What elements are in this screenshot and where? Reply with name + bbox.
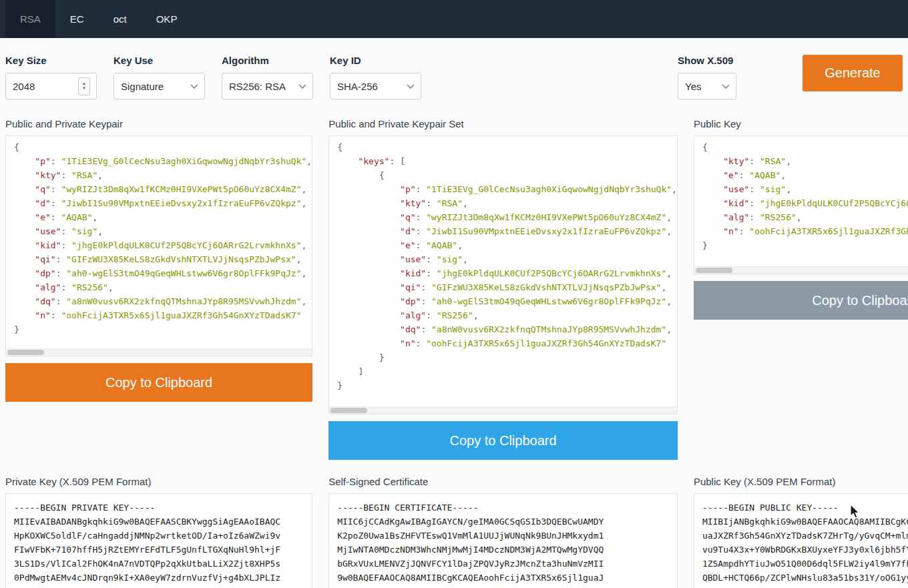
code-line: {: [337, 140, 677, 154]
code-line: "e": "AQAB",: [14, 210, 312, 224]
controls-row: Key Size 2048 ▲ ▼ Key Use Signature Algo…: [0, 38, 908, 99]
chevron-down-icon: [190, 84, 198, 89]
public-pem-output[interactable]: -----BEGIN PUBLIC KEY-----MIIBIjANBgkqhk…: [694, 493, 908, 588]
code-line: "n": "oohFcijA3TXR5x6Sjl1guaJXZRf3Gh54Gn…: [702, 224, 908, 238]
code-line: {: [337, 168, 677, 182]
pem-line: HpKOXWC5oldlF/caHngaddjNMNp2wrtketOD/Ia+…: [14, 529, 312, 543]
keypair-set-json-output[interactable]: { "keys": [ { "p": "1TiE3EVg_G0lCecNsu3a…: [328, 135, 678, 414]
code-line: ]: [337, 364, 677, 378]
code-line: {: [14, 140, 312, 154]
pem-line: -----BEGIN CERTIFICATE-----: [337, 501, 677, 515]
code-line: "keys": [: [337, 154, 677, 168]
generate-button[interactable]: Generate: [803, 55, 903, 91]
show-x509-group: Show X.509 Yes: [678, 55, 736, 99]
scrollbar-thumb[interactable]: [330, 408, 367, 413]
scrollbar-thumb[interactable]: [7, 350, 44, 355]
tab-oct[interactable]: oct: [99, 0, 142, 38]
public-key-json-output[interactable]: { "kty": "RSA", "e": "AQAB", "use": "sig…: [694, 135, 908, 274]
pem-line: QBDL+HCTQ66p/ZCPlwNHslu83a51bs31Y/oOG1yy…: [702, 571, 908, 585]
pem-line: vu9Tu4X3x+Y0WbRDGKxBXUyxeYFJ3y0xl6jbh5fY…: [702, 543, 908, 557]
tab-okp[interactable]: OKP: [142, 0, 192, 38]
algorithm-label: Algorithm: [222, 55, 313, 66]
key-size-input[interactable]: 2048 ▲ ▼: [5, 73, 97, 99]
pem-line: bGRxVUxLMENVZjJQNVFCY1lDajZPQVJyRzJMcnZt…: [337, 557, 677, 571]
panel-public-pem: Public Key (X.509 PEM Format) -----BEGIN…: [694, 476, 908, 588]
tab-rsa[interactable]: RSA: [5, 0, 55, 38]
pem-line: -----BEGIN PUBLIC KEY-----: [702, 501, 908, 515]
code-line: "d": "JiwbI1Su90VMpxtnEEieDvsxy2x1fIzraE…: [337, 224, 677, 238]
code-line: "dp": "ah0-wgElS3tmO49qGeqWHLstww6V6gr8O…: [337, 294, 677, 308]
code-line: "qi": "GIFzWU3X85KeLS8zGkdVshNTXTLVJjNsq…: [337, 280, 677, 294]
code-line: }: [337, 378, 677, 392]
panel-public-key: Public Key { "kty": "RSA", "e": "AQAB", …: [694, 118, 908, 460]
key-type-tabs: RSAECoctOKP: [0, 0, 908, 38]
pem-line: MIIC6jCCAdKgAwIBAgIGAYCN/geIMA0GCSqGSIb3…: [337, 515, 677, 529]
panel-keypair-set: Public and Private Keypair Set { "keys":…: [328, 118, 678, 460]
code-line: "qi": "GIFzWU3X85KeLS8zGkdVshNTXTLVJjNsq…: [14, 252, 312, 266]
code-line: "alg": "RS256",: [14, 280, 312, 294]
pem-line: 3LS1Ds/VlICal2FhOK4nA7nVDTQPp2qXkUtbaLLi…: [14, 557, 312, 571]
copy-keypair-button[interactable]: Copy to Clipboard: [5, 363, 312, 402]
code-line: "kty": "RSA",: [14, 168, 312, 182]
key-id-select[interactable]: SHA-256: [330, 73, 421, 99]
chevron-down-icon: [298, 84, 306, 89]
code-line: "q": "wyRIZJt3Dm8qXw1fKCMz0HI9VXePWt5pO6…: [337, 210, 677, 224]
code-line: "p": "1TiE3EVg_G0lCecNsu3agh0XiGqwowNgjd…: [337, 182, 677, 196]
spinner-up-icon[interactable]: ▲: [82, 81, 86, 86]
key-id-value: SHA-256: [337, 81, 378, 92]
code-line: "e": "AQAB",: [702, 168, 908, 182]
algorithm-select[interactable]: RS256: RSA: [222, 73, 313, 99]
code-line: "alg": "RS256",: [702, 210, 908, 224]
key-size-value: 2048: [13, 81, 35, 92]
code-line: "kty": "RSA",: [337, 196, 677, 210]
panel-keypair: Public and Private Keypair { "p": "1TiE3…: [5, 118, 312, 460]
key-use-label: Key Use: [114, 55, 205, 66]
code-line: "n": "oohFcijA3TXR5x6Sjl1guaJXZRf3Gh54Gn…: [337, 336, 677, 350]
output-grid: Public and Private Keypair { "p": "1TiE3…: [0, 118, 908, 588]
certificate-output[interactable]: -----BEGIN CERTIFICATE-----MIIC6jCCAdKgA…: [328, 493, 678, 588]
spinner-down-icon[interactable]: ▼: [82, 86, 86, 91]
code-line: "kid": "jhgE0kPldqULK0CUf2P5QBcYCj6OARrG…: [702, 196, 908, 210]
code-line: "kid": "jhgE0kPldqULK0CUf2P5QBcYCj6OARrG…: [337, 266, 677, 280]
private-pem-output[interactable]: -----BEGIN PRIVATE KEY-----MIIEvAIBADANB…: [5, 493, 312, 588]
panel-title-keypair-set: Public and Private Keypair Set: [328, 118, 678, 129]
show-x509-select[interactable]: Yes: [678, 73, 736, 99]
quantity-stepper[interactable]: ▲ ▼: [78, 77, 90, 95]
algorithm-group: Algorithm RS256: RSA: [222, 55, 313, 99]
panel-private-pem: Private Key (X.509 PEM Format) -----BEGI…: [5, 476, 312, 588]
tab-ec[interactable]: EC: [55, 0, 99, 38]
horizontal-scrollbar[interactable]: [694, 266, 908, 274]
code-line: "dq": "a8nW0vusv6RX2zkfnqQTMshnaJYp8R95M…: [337, 322, 677, 336]
code-line: "p": "1TiE3EVg_G0lCecNsu3agh0XiGqwowNgjd…: [14, 154, 312, 168]
code-line: "alg": "RS256",: [337, 308, 677, 322]
copy-keypair-set-button[interactable]: Copy to Clipboard: [328, 421, 678, 460]
chevron-down-icon: [722, 84, 730, 89]
keypair-json-output[interactable]: { "p": "1TiE3EVg_G0lCecNsu3agh0XiGqwowNg…: [5, 135, 312, 356]
code-line: "e": "AQAB",: [337, 238, 677, 252]
code-line: "use": "sig",: [337, 252, 677, 266]
horizontal-scrollbar[interactable]: [329, 406, 677, 414]
pem-line: 1ZSAmpdhYTiuJwO51Q00D6dql5FLW2iy4l9mY7fF…: [702, 557, 908, 571]
code-line: "use": "sig",: [702, 182, 908, 196]
code-line: "dq": "a8nW0vusv6RX2zkfnqQTMshnaJYp8R95M…: [14, 294, 312, 308]
code-line: "kty": "RSA",: [702, 154, 908, 168]
code-line: "q": "wyRIZJt3Dm8qXw1fKCMz0HI9VXePWt5pO6…: [14, 182, 312, 196]
key-use-value: Signature: [121, 81, 164, 92]
horizontal-scrollbar[interactable]: [6, 348, 312, 356]
panel-title-private-pem: Private Key (X.509 PEM Format): [5, 476, 312, 487]
copy-public-key-button[interactable]: Copy to Clipboard: [694, 281, 908, 320]
pem-line: uaJXZRf3Gh54GnXYzTDadsK7ZHrTg/yGvqCM+mlm…: [702, 529, 908, 543]
code-line: }: [337, 350, 677, 364]
key-use-select[interactable]: Signature: [114, 73, 205, 99]
show-x509-label: Show X.509: [678, 55, 736, 66]
panel-title-certificate: Self-Signed Certificate: [328, 476, 678, 487]
scrollbar-thumb[interactable]: [696, 268, 732, 273]
pem-line: MjIwNTA0MDczNDM3WhcNMjMwMjI4MDczNDM3WjA2…: [337, 543, 677, 557]
key-use-group: Key Use Signature: [114, 55, 205, 99]
panel-title-public-pem: Public Key (X.509 PEM Format): [694, 476, 908, 487]
show-x509-value: Yes: [685, 81, 701, 92]
key-size-label: Key Size: [5, 55, 97, 66]
code-line: "use": "sig",: [14, 224, 312, 238]
key-size-group: Key Size 2048 ▲ ▼: [5, 55, 97, 99]
pem-line: K2poZ0Uwa1BsZHFVTEswQ1VmMlA1UUJjWUNqNk9B…: [337, 529, 677, 543]
